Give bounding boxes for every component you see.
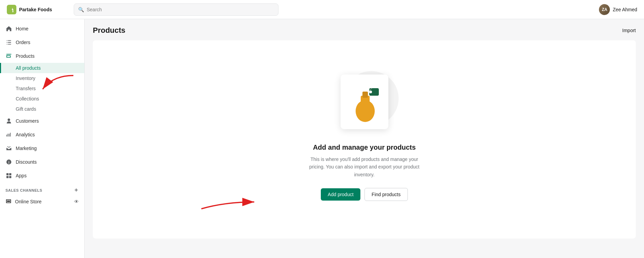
- empty-state-title: Add and manage your products: [313, 144, 416, 151]
- sidebar-label-marketing: Marketing: [16, 146, 37, 151]
- add-product-button[interactable]: Add product: [321, 188, 360, 201]
- sidebar-item-orders[interactable]: Orders: [0, 36, 84, 49]
- page-title: Products: [93, 26, 125, 35]
- sidebar-label-orders: Orders: [16, 40, 30, 45]
- sidebar-sub-inventory[interactable]: Inventory: [0, 73, 84, 83]
- avatar: ZA: [599, 4, 610, 15]
- svg-rect-6: [362, 92, 368, 98]
- sidebar-sub-transfers[interactable]: Transfers: [0, 83, 84, 94]
- empty-state-card: Add and manage your products This is whe…: [93, 40, 636, 239]
- orders-icon: [5, 39, 12, 46]
- products-icon: [5, 53, 12, 59]
- user-name: Zee Ahmed: [613, 7, 637, 12]
- action-buttons: Add product Find products: [321, 188, 407, 201]
- bottle-svg: [345, 79, 386, 123]
- sales-channels-label: SALES CHANNELS: [5, 188, 42, 192]
- sales-channel-online-store[interactable]: Online Store 👁: [0, 195, 84, 208]
- search-bar[interactable]: 🔍: [74, 3, 278, 16]
- illus-card: [341, 74, 388, 129]
- page-header: Products Import: [85, 19, 644, 40]
- empty-state-description: This is where you'll add products and ma…: [303, 155, 426, 178]
- svg-rect-3: [9, 176, 11, 178]
- svg-rect-1: [9, 173, 11, 175]
- svg-rect-0: [6, 173, 9, 175]
- sidebar-item-home[interactable]: Home: [0, 22, 84, 36]
- online-store-icon: [5, 198, 12, 205]
- sidebar-item-apps[interactable]: Apps: [0, 169, 84, 182]
- product-illustration: [334, 71, 395, 133]
- sidebar-item-customers[interactable]: Customers: [0, 114, 84, 128]
- logo-area: Partake Foods: [7, 5, 68, 14]
- sidebar-label-home: Home: [16, 26, 28, 31]
- search-input[interactable]: [87, 7, 274, 12]
- analytics-icon: [5, 131, 12, 138]
- svg-point-8: [369, 91, 372, 93]
- home-icon: [5, 25, 12, 32]
- store-name: Partake Foods: [19, 7, 52, 12]
- sidebar-item-marketing[interactable]: Marketing: [0, 141, 84, 155]
- sidebar-label-customers: Customers: [16, 118, 39, 124]
- sales-channels-section: SALES CHANNELS ＋: [0, 182, 84, 195]
- user-area: ZA Zee Ahmed: [599, 4, 637, 15]
- find-products-button[interactable]: Find products: [364, 188, 408, 201]
- sidebar-label-products: Products: [16, 53, 34, 59]
- search-icon: 🔍: [78, 7, 84, 12]
- svg-rect-2: [6, 176, 9, 178]
- apps-icon: [5, 172, 12, 179]
- sidebar-item-discounts[interactable]: Discounts: [0, 155, 84, 169]
- sidebar-label-apps: Apps: [16, 173, 27, 178]
- sidebar-label-analytics: Analytics: [16, 132, 35, 137]
- customers-icon: [5, 118, 12, 124]
- eye-icon[interactable]: 👁: [74, 199, 79, 204]
- sidebar-sub-gift-cards[interactable]: Gift cards: [0, 104, 84, 114]
- add-sales-channel-icon[interactable]: ＋: [73, 187, 79, 194]
- online-store-label: Online Store: [15, 199, 42, 204]
- import-button[interactable]: Import: [622, 28, 636, 33]
- top-nav: Partake Foods 🔍 ZA Zee Ahmed: [0, 0, 644, 19]
- discounts-icon: [5, 159, 12, 165]
- marketing-icon: [5, 145, 12, 152]
- sidebar-item-products[interactable]: Products: [0, 49, 84, 63]
- sidebar-sub-all-products[interactable]: All products: [0, 63, 84, 73]
- sidebar-sub-collections[interactable]: Collections: [0, 94, 84, 104]
- shopify-logo-icon: [7, 5, 16, 14]
- sidebar: Home Orders Products All products: [0, 19, 85, 258]
- main-content: Products Import: [85, 19, 644, 258]
- sidebar-label-discounts: Discounts: [16, 159, 37, 165]
- main-layout: Home Orders Products All products: [0, 19, 644, 258]
- sidebar-item-analytics[interactable]: Analytics: [0, 128, 84, 141]
